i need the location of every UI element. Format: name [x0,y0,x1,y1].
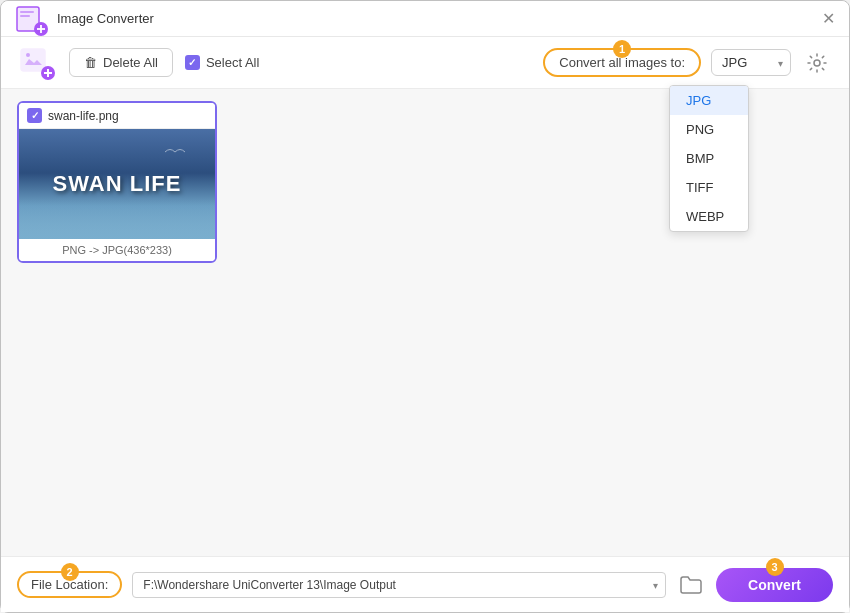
folder-icon [680,576,702,594]
water-reflection [19,199,215,239]
toolbar-right: 1 Convert all images to: JPG PNG BMP TIF… [543,47,833,79]
add-image-button[interactable] [17,45,57,81]
card-filename: swan-life.png [48,109,119,123]
trash-icon: 🗑 [84,55,97,70]
title-bar: Image Converter ✕ [1,1,849,37]
dropdown-item-bmp[interactable]: BMP [670,144,748,173]
card-header: swan-life.png [19,103,215,129]
add-image-icon [19,45,55,81]
svg-point-12 [814,60,820,66]
bottom-bar: 2 File Location: F:\Wondershare UniConve… [1,556,849,612]
dropdown-item-tiff[interactable]: TIFF [670,173,748,202]
dropdown-item-webp[interactable]: WEBP [670,202,748,231]
image-preview: SWAN LIFE [19,129,215,239]
format-dropdown-popup: JPG PNG BMP TIFF WEBP [669,85,749,232]
file-path-select[interactable]: F:\Wondershare UniConverter 13\Image Out… [132,572,666,598]
convert-all-label-box: 1 Convert all images to: [543,48,701,77]
file-location-label: 2 File Location: [17,571,122,598]
convert-button-wrapper: 3 Convert [716,568,833,602]
dropdown-item-png[interactable]: PNG [670,115,748,144]
dropdown-item-jpg[interactable]: JPG [670,86,748,115]
svg-point-8 [26,53,30,57]
conversion-info: PNG -> JPG(436*233) [62,244,172,256]
card-footer: PNG -> JPG(436*233) [19,239,215,261]
settings-button[interactable] [801,47,833,79]
bird-silhouette [165,147,185,157]
delete-all-label: Delete All [103,55,158,70]
select-all-label[interactable]: Select All [185,55,259,70]
delete-all-button[interactable]: 🗑 Delete All [69,48,173,77]
folder-browse-button[interactable] [676,570,706,600]
select-all-text: Select All [206,55,259,70]
svg-rect-5 [20,11,34,13]
toolbar: 🗑 Delete All Select All 1 Convert all im… [1,37,849,89]
preview-text: SWAN LIFE [53,171,182,197]
main-window: Image Converter ✕ 🗑 Delete All Select Al… [0,0,850,613]
format-select[interactable]: JPG PNG BMP TIFF WEBP [711,49,791,76]
card-checkbox[interactable] [27,108,42,123]
close-button[interactable]: ✕ [819,10,837,28]
path-select-wrapper: F:\Wondershare UniConverter 13\Image Out… [132,572,666,598]
svg-rect-6 [20,15,30,17]
badge-1: 1 [613,40,631,58]
svg-rect-7 [21,49,45,71]
select-all-checkbox[interactable] [185,55,200,70]
format-select-wrapper: JPG PNG BMP TIFF WEBP ▾ JPG PNG BMP TIFF… [711,49,791,76]
image-card: swan-life.png SWAN LIFE PNG -> JPG(436*2… [17,101,217,263]
badge-3: 3 [766,558,784,576]
app-icon [13,1,49,37]
window-title: Image Converter [57,11,154,26]
settings-icon [806,52,828,74]
badge-2: 2 [61,563,79,581]
title-bar-left: Image Converter [13,1,154,37]
